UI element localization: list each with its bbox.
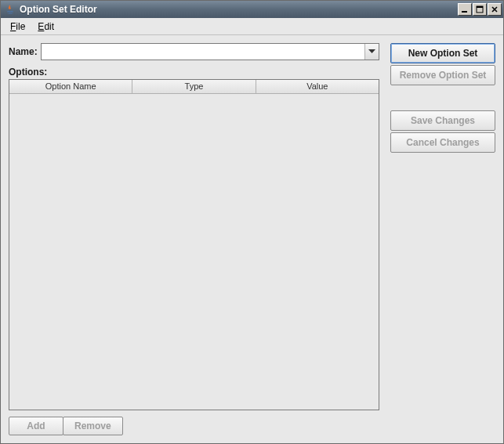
titlebar: Option Set Editor [1,1,503,18]
right-pane: New Option Set Remove Option Set Save Ch… [390,43,495,435]
column-value[interactable]: Value [256,80,379,94]
add-button[interactable]: Add [9,417,63,435]
menu-edit[interactable]: Edit [31,20,60,34]
options-label: Options: [9,67,379,78]
name-row: Name: [9,43,379,60]
cancel-changes-button[interactable]: Cancel Changes [390,132,495,153]
column-option-name[interactable]: Option Name [9,80,132,94]
menu-file[interactable]: File [4,20,31,34]
table-body[interactable] [9,94,379,410]
name-label: Name: [9,46,38,57]
remove-button[interactable]: Remove [63,417,123,435]
table-buttons: Add Remove [9,417,379,435]
menubar: File Edit [1,18,503,35]
window-frame: Option Set Editor File Edit Name: [0,0,504,444]
save-changes-button[interactable]: Save Changes [390,110,495,131]
name-combobox[interactable] [41,43,379,60]
menu-file-rest: ile [16,21,25,32]
minimize-icon [461,5,469,13]
chevron-down-icon [368,49,375,54]
minimize-button[interactable] [458,3,472,16]
name-input[interactable] [42,44,364,60]
name-dropdown-button[interactable] [364,44,379,60]
svg-rect-2 [477,6,483,8]
button-group-gap [390,87,495,109]
left-pane: Name: Options: Option Name Type Value [9,43,379,435]
close-icon [491,5,499,13]
options-table: Option Name Type Value [9,79,379,410]
window-title: Option Set Editor [20,4,457,15]
svg-rect-0 [462,11,467,13]
remove-option-set-button[interactable]: Remove Option Set [390,65,495,85]
maximize-button[interactable] [473,3,487,16]
content-area: Name: Options: Option Name Type Value [1,35,503,443]
java-icon [4,3,16,16]
maximize-icon [476,5,484,13]
table-header: Option Name Type Value [9,80,379,94]
column-type[interactable]: Type [132,80,256,94]
close-button[interactable] [488,3,502,16]
new-option-set-button[interactable]: New Option Set [390,43,495,63]
menu-edit-rest: dit [44,21,54,32]
window-controls [457,3,502,16]
